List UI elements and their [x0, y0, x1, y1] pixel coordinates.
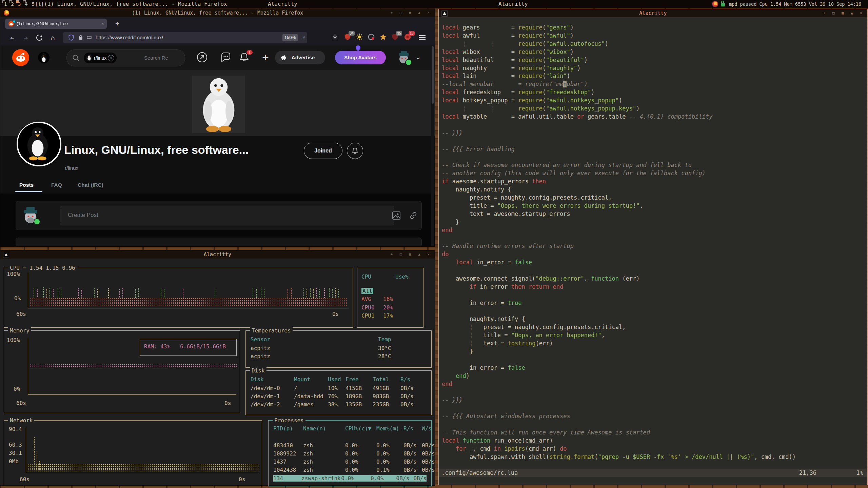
workspace-tag-1[interactable]: 1: [3, 0, 8, 8]
cpu-legend-row[interactable]: AVG16%: [361, 296, 419, 302]
disk-row[interactable]: /dev/dm-0/10%415GB491GB0B/s: [251, 385, 417, 391]
layout-indicator[interactable]: [t]: [35, 0, 44, 8]
browser-tab[interactable]: (1) Linux, GNU/Linux, free ×: [5, 19, 107, 29]
subscribe-bell-button[interactable]: [347, 143, 363, 159]
process-row[interactable]: 1437zsh0.0%0.0%0B/s0B/s: [273, 459, 435, 465]
processes-panel[interactable]: Processes PID(p)Name(n)CPU%(c)▼Mem%(m)R/…: [268, 420, 432, 486]
process-row[interactable]: 483430zsh0.0%0.0%0B/s0B/s: [273, 442, 435, 449]
graph-spike: [303, 288, 305, 298]
search-bar[interactable]: r/linux × Search Re: [66, 49, 185, 66]
cpu-legend-panel[interactable]: CPU Use% AllAVG16%CPU020%CPU117%: [357, 268, 423, 328]
code-line: local in_error = false: [442, 258, 532, 266]
zoom-level-badge[interactable]: 150%: [282, 34, 298, 41]
community-tux-icon[interactable]: [38, 52, 50, 63]
disk-row[interactable]: /dev/dm-2/games38%135GB235GB0B/s: [251, 401, 417, 408]
graph-spike: [306, 289, 308, 298]
titlebar-buttons[interactable]: + □ ▦ ▲ ×: [390, 9, 432, 17]
lock-icon[interactable]: [78, 35, 83, 40]
link-post-icon[interactable]: [409, 211, 418, 220]
firefox-titlebar[interactable]: (1) Linux, GNU/Linux, free software... -…: [0, 9, 435, 17]
process-row[interactable]: 134zswap-shrink0.0%0.0%0B/s0B/s: [273, 475, 427, 482]
tab-posts[interactable]: Posts: [19, 182, 34, 188]
code-line: -- This function will run once every tim…: [442, 428, 650, 436]
account-chevron-icon[interactable]: ⌄: [415, 53, 421, 61]
process-header-row[interactable]: PID(p)Name(n)CPU%(c)▼Mem%(m)R/sW/s: [273, 425, 435, 432]
network-panel[interactable]: Network 90.460.330.10Mb 60s 0s: [4, 420, 262, 486]
reload-button[interactable]: [34, 33, 44, 43]
extension-darkreader-icon[interactable]: [356, 33, 364, 41]
chip-label: r/linux: [94, 55, 106, 61]
search-community-chip[interactable]: r/linux ×: [84, 53, 117, 63]
permissions-icon[interactable]: [87, 36, 92, 39]
forward-button[interactable]: →: [21, 33, 31, 43]
vim-editor[interactable]: local gears = require("gears")local awfu…: [439, 17, 867, 485]
notifications-bell-icon[interactable]: 1: [238, 51, 251, 64]
titlebar-buttons[interactable]: + □ ▦ ▲ ×: [823, 9, 865, 17]
community-tabs: Posts FAQ Chat (IRC): [0, 180, 435, 194]
graph-spike: [312, 288, 315, 298]
code-line: for _, cmd in ipairs(cmd_arr) do: [442, 445, 567, 453]
extension-shield-icon[interactable]: 35: [391, 33, 399, 41]
cpu-legend-row[interactable]: CPU020%: [361, 304, 419, 311]
workspace-tag-4[interactable]: 4: [24, 0, 28, 8]
extension-red-icon[interactable]: 13: [404, 33, 412, 41]
disk-panel[interactable]: Disk DiskMountUsedFreeTotalR/s/dev/dm-0/…: [245, 370, 432, 415]
chat-icon[interactable]: [219, 51, 233, 64]
extension-orange-icon[interactable]: [379, 33, 388, 41]
new-tab-button[interactable]: +: [112, 19, 122, 29]
tracking-shield-icon[interactable]: [68, 34, 75, 41]
firefox-tray-icon[interactable]: [712, 1, 718, 7]
url-text[interactable]: https://www.reddit.com/r/linux/: [96, 32, 163, 43]
back-button[interactable]: ←: [7, 33, 17, 43]
process-row[interactable]: 1089922zsh0.0%0.0%0B/s0B/s: [273, 450, 435, 457]
taskbar-item[interactable]: Alacritty: [498, 0, 528, 8]
create-post-input[interactable]: Create Post: [60, 206, 394, 225]
post-card[interactable]: [16, 238, 422, 246]
cpu-legend-row[interactable]: All: [361, 288, 419, 294]
workspace-tag-2[interactable]: 2: [10, 0, 15, 8]
workspace-tag-3[interactable]: 3: [17, 0, 22, 8]
sensor-name: acpitz: [251, 345, 378, 351]
temperatures-panel[interactable]: Temperatures SensorTemp acpitz30°Cacpitz…: [245, 330, 432, 368]
terminal-titlebar[interactable]: Alacritty + □ ▦ ▲ ×: [439, 9, 867, 17]
terminal-titlebar[interactable]: Alacritty + □ ▦ ▲ ×: [0, 250, 435, 259]
bookmark-star-icon[interactable]: ☆: [302, 33, 306, 40]
scrollbar-thumb[interactable]: [432, 46, 434, 104]
tab-close-button[interactable]: ×: [101, 19, 104, 29]
create-post-plus-icon[interactable]: +: [259, 51, 272, 64]
reddit-logo[interactable]: [12, 49, 29, 66]
chip-remove-icon[interactable]: ×: [108, 55, 114, 61]
community-avatar[interactable]: [17, 122, 61, 166]
cpu-panel[interactable]: CPU ─ 1.54 1.15 0.96 100% 0% 60s 0s: [4, 268, 353, 328]
taskbar-item[interactable]: (1) Linux, GNU/Linux, free software... -…: [44, 0, 227, 8]
memory-panel[interactable]: Memory 100% 0% 60s 0s RAM: 43% 6.6GiB/15…: [4, 330, 240, 413]
cpu-legend-row[interactable]: CPU117%: [361, 312, 419, 319]
graph-spike: [57, 287, 59, 298]
user-avatar[interactable]: [21, 206, 40, 224]
titlebar-buttons[interactable]: + □ ▦ ▲ ×: [390, 250, 432, 259]
shop-avatars-button[interactable]: Shop Avatars: [335, 51, 386, 64]
account-avatar[interactable]: [396, 50, 411, 65]
joined-button[interactable]: Joined: [304, 143, 342, 159]
home-button[interactable]: ⌂: [48, 33, 58, 43]
graph-spike: [49, 288, 51, 298]
tab-chat-irc[interactable]: Chat (IRC): [78, 182, 103, 188]
extension-disabled-icon[interactable]: [368, 33, 376, 41]
mem-y-min: 0%: [14, 386, 20, 392]
tab-title: (1) Linux, GNU/Linux, free: [17, 19, 97, 29]
extension-ublock-icon[interactable]: 34: [344, 33, 352, 41]
net-x-axis: [26, 473, 259, 473]
url-bar[interactable]: https://www.reddit.com/r/linux/ 150% ☆: [63, 32, 307, 43]
process-header: Name(n): [303, 425, 345, 432]
download-icon[interactable]: [331, 33, 339, 41]
tab-faq[interactable]: FAQ: [51, 182, 62, 188]
scrollbar[interactable]: [431, 45, 434, 246]
hamburger-menu-icon[interactable]: [418, 34, 426, 42]
advertise-button[interactable]: Advertise: [275, 51, 325, 64]
process-cell: 0B/s: [403, 450, 422, 457]
disk-row[interactable]: /dev/dm-1/data-hdd76%189GB983GB0B/s: [251, 393, 417, 400]
process-row[interactable]: 1042438zsh0.0%0.1%0B/s0B/s: [273, 467, 435, 473]
image-upload-icon[interactable]: [392, 211, 401, 220]
popular-icon[interactable]: [196, 51, 209, 64]
taskbar-item[interactable]: Alacritty: [268, 0, 297, 8]
